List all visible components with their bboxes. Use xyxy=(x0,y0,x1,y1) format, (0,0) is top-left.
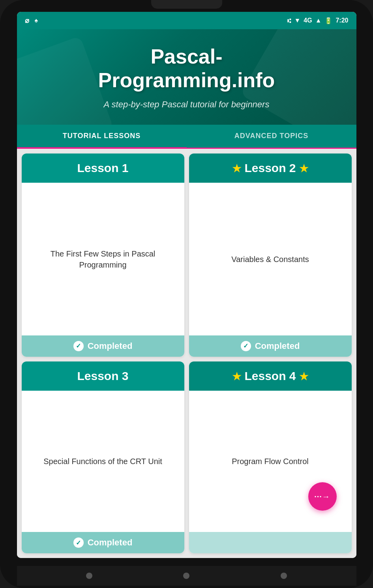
nav-back-button[interactable] xyxy=(86,573,92,579)
lesson-2-description: Variables & Constants xyxy=(231,254,309,265)
lesson-4-body: Program Flow Control xyxy=(189,391,352,532)
lesson-3-status: Completed xyxy=(88,537,133,548)
lesson-1-status: Completed xyxy=(88,341,133,351)
lesson-3-check-icon xyxy=(73,537,84,548)
lesson-1-description: The First Few Steps in Pascal Programmin… xyxy=(29,248,177,270)
app-title: Pascal-Programming.info xyxy=(29,45,345,92)
lesson-2-star-left: ★ xyxy=(232,163,241,174)
fab-button[interactable]: ···→ xyxy=(308,482,337,511)
network-label: 4G xyxy=(304,17,312,24)
signal-icon: ▲ xyxy=(315,17,322,24)
lesson-4-description: Program Flow Control xyxy=(232,456,309,467)
android-icon: ♠ xyxy=(35,17,38,24)
fab-arrow-icon: ···→ xyxy=(314,492,330,501)
lesson-2-header: ★ Lesson 2 ★ xyxy=(189,154,352,183)
lesson-4-star-left: ★ xyxy=(232,371,241,382)
lesson-4-star-right: ★ xyxy=(299,371,308,382)
lesson-1-check-icon xyxy=(73,341,84,351)
phone-bottom-nav xyxy=(17,566,356,586)
lesson-card-4[interactable]: ★ Lesson 4 ★ Program Flow Control xyxy=(189,361,352,553)
phone-screen: ⌀ ♠ ⑆ ▼ 4G ▲ 🔋 7:20 Pascal-Programming.i… xyxy=(17,12,356,558)
lesson-card-3[interactable]: Lesson 3 Special Functions of the CRT Un… xyxy=(22,361,184,553)
status-left-icons: ⌀ ♠ xyxy=(25,16,38,25)
header-banner: Pascal-Programming.info A step-by-step P… xyxy=(17,29,356,125)
wifi-icon: ▼ xyxy=(294,17,300,24)
lesson-card-1[interactable]: Lesson 1 The First Few Steps in Pascal P… xyxy=(22,154,184,356)
lesson-2-star-right: ★ xyxy=(299,163,308,174)
nav-recent-button[interactable] xyxy=(281,573,287,579)
tab-advanced-topics[interactable]: ADVANCED TOPICS xyxy=(187,125,356,148)
battery-icon: 🔋 xyxy=(324,17,332,24)
lesson-3-body: Special Functions of the CRT Unit xyxy=(22,391,184,532)
lesson-1-header: Lesson 1 xyxy=(22,154,184,183)
lesson-4-header: ★ Lesson 4 ★ xyxy=(189,361,352,391)
tabs-container: TUTORIAL LESSONS ADVANCED TOPICS xyxy=(17,125,356,149)
phone-frame: ⌀ ♠ ⑆ ▼ 4G ▲ 🔋 7:20 Pascal-Programming.i… xyxy=(0,0,373,588)
lesson-2-title: ★ Lesson 2 ★ xyxy=(194,161,347,175)
time-display: 7:20 xyxy=(336,17,348,24)
lesson-2-status: Completed xyxy=(255,341,300,351)
tab-tutorial-lessons[interactable]: TUTORIAL LESSONS xyxy=(17,125,187,149)
nav-home-button[interactable] xyxy=(183,573,189,579)
lessons-grid: Lesson 1 The First Few Steps in Pascal P… xyxy=(17,149,356,558)
lesson-1-footer: Completed xyxy=(22,335,184,357)
lesson-4-footer xyxy=(189,532,352,553)
usb-icon: ⌀ xyxy=(25,16,29,25)
lesson-2-check-icon xyxy=(241,341,251,351)
status-right-info: ⑆ ▼ 4G ▲ 🔋 7:20 xyxy=(287,17,348,24)
lesson-2-footer: Completed xyxy=(189,335,352,357)
phone-notch xyxy=(151,0,222,9)
lesson-4-title: ★ Lesson 4 ★ xyxy=(194,369,347,383)
lesson-card-2[interactable]: ★ Lesson 2 ★ Variables & Constants Compl… xyxy=(189,154,352,356)
status-bar: ⌀ ♠ ⑆ ▼ 4G ▲ 🔋 7:20 xyxy=(17,12,356,29)
lesson-1-title: Lesson 1 xyxy=(26,161,180,175)
lesson-3-title: Lesson 3 xyxy=(26,369,180,383)
lesson-3-header: Lesson 3 xyxy=(22,361,184,391)
lesson-1-body: The First Few Steps in Pascal Programmin… xyxy=(22,183,184,335)
lesson-2-body: Variables & Constants xyxy=(189,183,352,335)
app-subtitle: A step-by-step Pascal tutorial for begin… xyxy=(29,99,345,111)
vibrate-icon: ⑆ xyxy=(287,17,291,24)
lesson-3-footer: Completed xyxy=(22,532,184,553)
lesson-3-description: Special Functions of the CRT Unit xyxy=(43,456,162,467)
